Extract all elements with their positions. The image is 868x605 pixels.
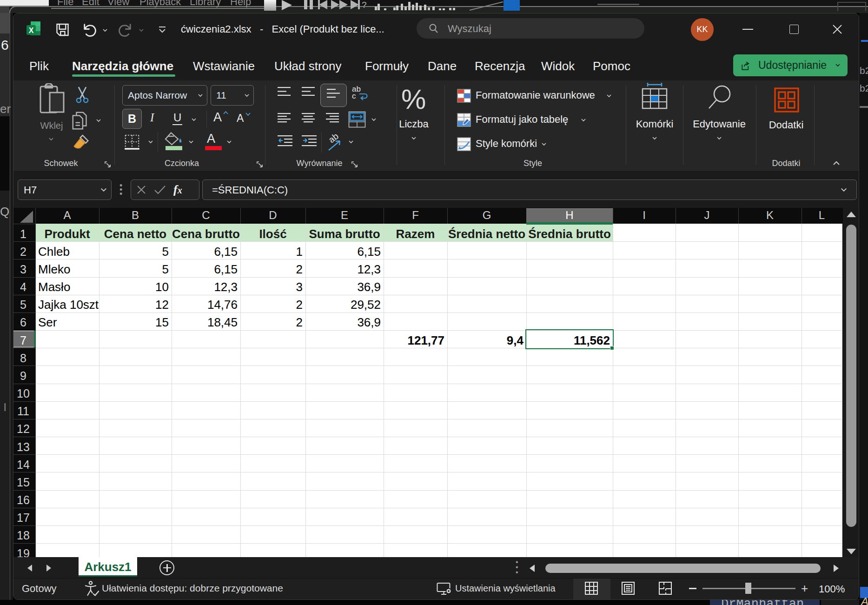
svg-text:X: X — [29, 27, 34, 34]
